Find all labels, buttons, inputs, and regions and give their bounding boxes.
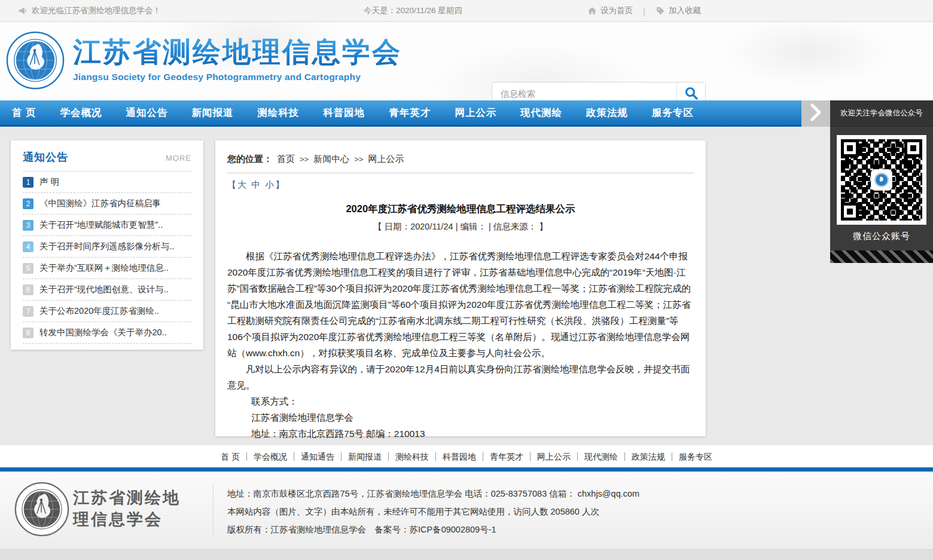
footer-nav-item[interactable]: 首 页 [214,452,247,461]
footer-accent-bar [0,467,933,472]
notice-rank-badge: 4 [23,241,33,252]
contact-line: 江苏省测绘地理信息学会 [251,409,694,426]
notice-rank-badge: 6 [23,284,33,295]
notice-item[interactable]: 5关于举办“互联网＋测绘地理信息.. [23,258,191,279]
notice-item[interactable]: 1声 明 [23,172,191,193]
footer-copyright-notice: 本网站内容（图片、文字）由本站所有，未经许可不能用于其它网站使用，访问人数 20… [227,503,639,521]
site-title: 江苏省测绘地理信息学会 [73,33,402,71]
footer-divider [213,482,214,537]
breadcrumb-separator: >> [300,155,309,164]
notice-item[interactable]: 6关于召开“现代地图创意、设计与.. [23,279,191,301]
sidebar-title: 通知公告 [23,150,68,164]
site-logo[interactable] [6,31,65,90]
nav-item-tech[interactable]: 测绘科技 [257,106,299,120]
contact-line: 地址：南京市北京西路75号 邮编：210013 [251,426,694,442]
wechat-qr-code [837,135,926,225]
notice-rank-badge: 7 [23,306,33,317]
notice-rank-badge: 5 [23,263,33,274]
article-paragraph: 根据《江苏省优秀测绘地理信息工程评选办法》，江苏省优秀测绘地理信息工程评选专家委… [227,248,694,361]
breadcrumb-newscenter-link[interactable]: 新闻中心 [313,154,349,164]
topbar-divider: | [643,6,645,16]
set-home-link[interactable]: 设为首页 [587,5,633,16]
wechat-caption: 微信公众账号 [830,231,933,242]
footer-nav-item[interactable]: 新闻报道 [342,452,389,461]
nav-item-modern[interactable]: 现代测绘 [520,106,562,120]
qr-center-logo-icon [871,169,892,191]
notice-sidebar: 通知公告 MORE 1声 明 2《中国测绘》江苏省内征稿启事 3关于召开“地理赋… [11,140,203,350]
breadcrumb-label: 您的位置： [227,154,272,164]
contact-line: 联系方式： [251,393,694,409]
article-panel: 您的位置：首页>>新闻中心>>网上公示 【大 中 小】 2020年度江苏省优秀测… [215,140,706,436]
footer-info: 地址：南京市鼓楼区北京西路75号，江苏省测绘地理信息学会 电话：025-8375… [227,485,639,538]
search-icon [684,86,699,102]
home-icon [587,6,597,16]
carousel-next-button[interactable] [801,100,830,127]
nav-item-home[interactable]: 首 页 [12,106,36,120]
footer-nav-item[interactable]: 通知通告 [294,452,342,461]
current-date: 今天是：2020/11/26 星期四 [364,0,462,22]
footer-nav: 首 页 学会概况 通知通告 新闻报道 测绘科技 科普园地 青年英才 网上公示 现… [0,445,933,467]
notice-rank-badge: 1 [23,177,33,188]
nav-item-policy[interactable]: 政策法规 [586,106,628,120]
sidebar-more-link[interactable]: MORE [166,154,191,163]
topbar: 欢迎光临江苏省测绘地理信息学会！ 今天是：2020/11/26 星期四 设为首页… [0,0,933,22]
article-meta: 【 日期：2020/11/24 | 编辑： | 信息来源： 】 [227,221,694,232]
breadcrumb-public-link[interactable]: 网上公示 [368,154,404,164]
nav-item-youth[interactable]: 青年英才 [389,106,431,120]
footer-nav-item[interactable]: 现代测绘 [578,452,625,461]
qr-finder-icon [841,203,859,221]
main-nav: 首 页 学会概况 通知公告 新闻报道 测绘科技 科普园地 青年英才 网上公示 现… [0,100,801,127]
bottom-strip [0,549,933,560]
notice-item[interactable]: 2《中国测绘》江苏省内征稿启事 [23,193,191,215]
wechat-panel: 欢迎关注学会微信公众号 微信公众账号 [830,100,933,263]
nav-item-news[interactable]: 新闻报道 [191,106,233,120]
wechat-panel-title: 欢迎关注学会微信公众号 [830,100,933,127]
welcome-text: 欢迎光临江苏省测绘地理信息学会！ [32,5,161,16]
article-paragraph: 凡对以上公示内容有异议的，请于2020年12月4日前以真实身份向江苏省测绘地理信… [227,361,694,393]
notice-item[interactable]: 7关于公布2020年度江苏省测绘.. [23,301,191,322]
notice-item[interactable]: 4关于召开时间序列遥感影像分析与.. [23,236,191,258]
notice-item[interactable]: 3关于召开“地理赋能城市更智慧”.. [23,215,191,236]
nav-item-public[interactable]: 网上公示 [455,106,496,120]
tag-icon [655,6,665,16]
footer-nav-item[interactable]: 科普园地 [436,452,483,461]
qr-finder-icon [841,139,859,157]
font-size-controls[interactable]: 【大 中 小】 [227,179,694,191]
notice-rank-badge: 3 [23,220,33,231]
chevron-right-icon [810,103,822,124]
notice-rank-badge: 2 [23,198,33,209]
breadcrumb-separator: >> [354,155,363,164]
footer-nav-item[interactable]: 测绘科技 [389,452,436,461]
breadcrumb: 您的位置：首页>>新闻中心>>网上公示 [227,154,694,165]
breadcrumb-home-link[interactable]: 首页 [277,154,295,164]
article-title: 2020年度江苏省优秀测绘地理信息工程评选结果公示 [227,203,694,216]
megaphone-icon [18,6,28,16]
add-favorite-link[interactable]: 加入收藏 [655,5,701,16]
footer-address-line: 地址：南京市鼓楼区北京西路75号，江苏省测绘地理信息学会 电话：025-8375… [227,485,639,503]
site-subtitle: Jiangsu Society for Geodesy Photogrammet… [73,72,402,82]
article-body: 根据《江苏省优秀测绘地理信息工程评选办法》，江苏省优秀测绘地理信息工程评选专家委… [227,248,694,474]
footer-nav-item[interactable]: 政策法规 [625,452,672,461]
notice-rank-badge: 8 [23,328,33,338]
footer-logo [14,482,69,537]
stripe-decoration [830,250,933,263]
page: 欢迎光临江苏省测绘地理信息学会！ 今天是：2020/11/26 星期四 设为首页… [0,0,933,560]
breadcrumb-divider [227,173,694,173]
nav-item-about[interactable]: 学会概况 [60,106,102,120]
qr-finder-icon [904,139,922,157]
nav-item-notices[interactable]: 通知公告 [126,106,167,120]
site-header: 江苏省测绘地理信息学会 Jiangsu Society for Geodesy … [0,22,933,100]
footer-nav-item[interactable]: 服务专区 [672,452,719,461]
nav-item-science[interactable]: 科普园地 [323,106,365,120]
nav-item-service[interactable]: 服务专区 [652,106,694,120]
footer-nav-item[interactable]: 网上公示 [530,452,578,461]
site-footer: 江苏省测绘地 理信息学会 地址：南京市鼓楼区北京西路75号，江苏省测绘地理信息学… [0,472,933,549]
footer-logo-text: 江苏省测绘地 理信息学会 [73,487,181,530]
notice-item[interactable]: 8转发中国测绘学会《关于举办20.. [23,322,191,344]
footer-nav-item[interactable]: 青年英才 [483,452,530,461]
footer-icp-line: 版权所有：江苏省测绘地理信息学会 备案号：苏ICP备09002809号-1 [227,521,639,538]
footer-nav-item[interactable]: 学会概况 [247,452,294,461]
